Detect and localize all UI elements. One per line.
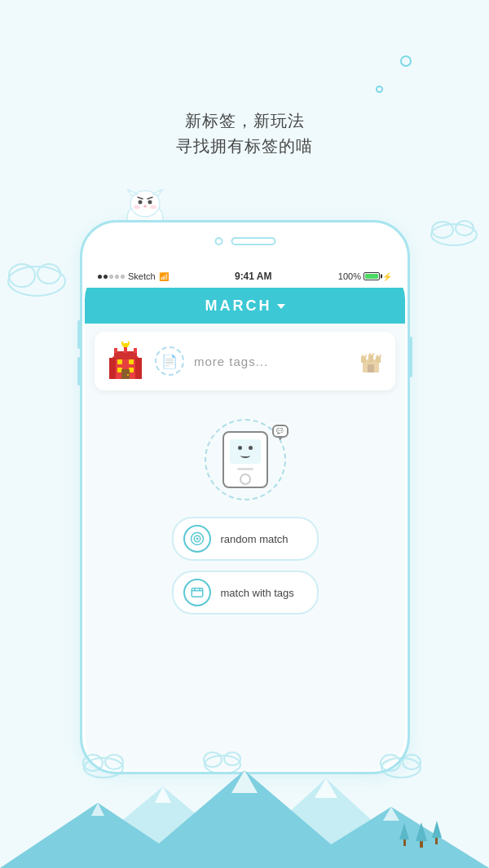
- svg-rect-19: [109, 358, 116, 379]
- status-left: Sketch 📶: [98, 271, 169, 281]
- battery-label: 100%: [338, 271, 361, 281]
- doc-icon-wrap: 📄: [155, 346, 184, 376]
- carrier-label: Sketch: [128, 271, 156, 281]
- heading-line1: 新标签，新玩法: [0, 110, 489, 132]
- svg-rect-28: [134, 348, 137, 353]
- svg-point-13: [134, 205, 140, 209]
- app-title: MARCH: [205, 297, 285, 315]
- deco-circle-2: [376, 86, 383, 93]
- building-icon: [106, 341, 145, 381]
- svg-rect-38: [369, 353, 371, 355]
- svg-rect-74: [435, 838, 438, 844]
- phone-char-screen: [230, 439, 261, 464]
- svg-point-12: [143, 205, 147, 208]
- svg-point-14: [150, 205, 156, 209]
- svg-marker-8: [127, 189, 137, 196]
- svg-point-4: [432, 222, 453, 238]
- tags-card[interactable]: 📄 more tags...: [95, 332, 395, 390]
- phone-character-wrap: 💬: [205, 419, 286, 500]
- signal-dot-2: [104, 275, 108, 279]
- svg-rect-21: [117, 359, 122, 364]
- signal-dot-1: [98, 275, 102, 279]
- svg-point-11: [148, 200, 152, 205]
- app-header: MARCH: [85, 288, 405, 324]
- svg-point-26: [127, 374, 129, 376]
- svg-rect-27: [114, 348, 117, 353]
- cloud-right-deco: [428, 212, 481, 246]
- deco-circle-1: [400, 55, 412, 67]
- phone-mockup: Sketch 📶 9:41 AM 100% ⚡ MARCH: [80, 220, 410, 774]
- phone-top-bar: [214, 237, 275, 245]
- svg-rect-20: [135, 358, 142, 379]
- phone-character: [222, 431, 268, 488]
- dropdown-arrow-icon[interactable]: [277, 304, 285, 309]
- svg-rect-33: [361, 356, 366, 363]
- match-tags-icon-circle: [183, 579, 211, 606]
- svg-point-2: [37, 264, 60, 284]
- svg-rect-35: [368, 355, 373, 363]
- screen-body: 💬 random match: [85, 399, 405, 637]
- svg-marker-9: [153, 189, 163, 196]
- battery-icon: [363, 272, 380, 280]
- random-match-button[interactable]: random match: [172, 517, 319, 561]
- mountains-svg: [0, 762, 489, 868]
- bottom-scene: [0, 746, 489, 868]
- random-match-label: random match: [221, 533, 289, 545]
- svg-rect-72: [420, 841, 423, 848]
- random-match-icon: [190, 531, 205, 546]
- svg-rect-31: [123, 343, 128, 347]
- battery-fill: [365, 274, 378, 279]
- wifi-icon: 📶: [159, 272, 169, 281]
- svg-rect-46: [192, 588, 203, 597]
- svg-point-10: [139, 200, 143, 205]
- svg-rect-41: [380, 355, 381, 357]
- castle-small-icon: [358, 348, 384, 374]
- more-tags-label: more tags...: [194, 355, 268, 368]
- status-time: 9:41 AM: [235, 271, 272, 282]
- match-tags-icon: [190, 585, 205, 600]
- charging-icon: ⚡: [382, 272, 392, 281]
- svg-rect-36: [362, 355, 363, 357]
- signal-dot-4: [115, 275, 119, 279]
- svg-rect-42: [368, 364, 374, 372]
- svg-rect-39: [372, 353, 374, 355]
- phone-camera-dot: [214, 237, 222, 245]
- speech-bubble: 💬: [272, 425, 289, 438]
- signal-dot-5: [121, 275, 125, 279]
- svg-rect-34: [376, 356, 381, 363]
- svg-rect-25: [121, 369, 130, 379]
- svg-point-45: [196, 538, 198, 540]
- svg-rect-70: [403, 839, 406, 846]
- status-bar: Sketch 📶 9:41 AM 100% ⚡: [85, 265, 405, 288]
- svg-rect-37: [365, 355, 367, 357]
- match-tags-label: match with tags: [221, 587, 294, 599]
- match-with-tags-button[interactable]: match with tags: [172, 571, 319, 615]
- svg-rect-40: [377, 355, 378, 357]
- svg-marker-73: [432, 821, 442, 838]
- cloud-left-deco: [4, 253, 69, 297]
- heading-area: 新标签，新玩法 寻找拥有标签的喵: [0, 110, 489, 157]
- svg-point-1: [9, 264, 35, 287]
- doc-icon: 📄: [161, 354, 178, 369]
- random-match-icon-circle: [183, 525, 211, 553]
- battery-area: 100% ⚡: [338, 271, 392, 281]
- signal-dots: [98, 275, 125, 279]
- phone-side-btn-power: [409, 337, 412, 377]
- signal-dot-3: [109, 275, 113, 279]
- app-title-text: MARCH: [205, 297, 272, 315]
- phone-side-btn-vol-up: [77, 320, 81, 349]
- svg-rect-22: [129, 359, 134, 364]
- phone-speaker: [231, 237, 275, 245]
- phone-side-btn-vol-down: [77, 357, 81, 386]
- heading-line2: 寻找拥有标签的喵: [0, 135, 489, 157]
- phone-screen: Sketch 📶 9:41 AM 100% ⚡ MARCH: [85, 265, 405, 769]
